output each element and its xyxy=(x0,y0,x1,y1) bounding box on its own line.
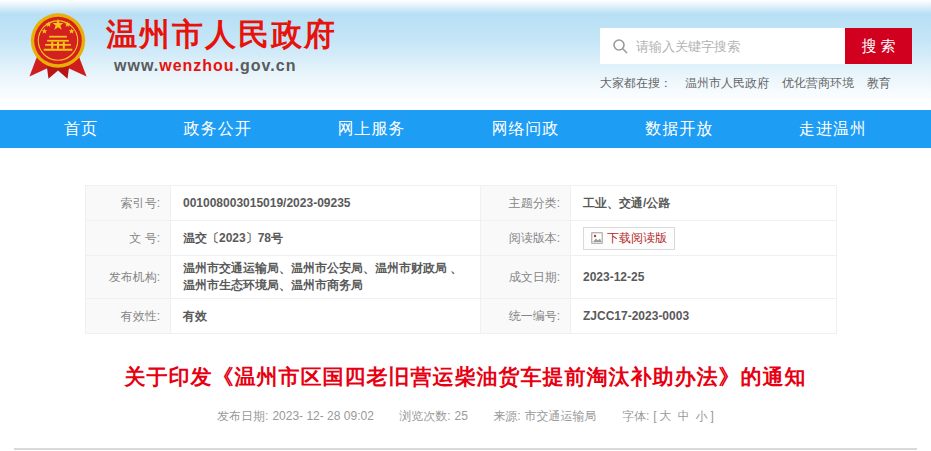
hot-search: 大家都在搜：温州市人民政府优化营商环境教育 xyxy=(600,75,912,92)
main-nav: 首页 政务公开 网上服务 网络问政 数据开放 走进温州 xyxy=(0,110,931,148)
site-url: www.wenzhou.gov.cn xyxy=(114,57,337,75)
nav-item-online-politics[interactable]: 网络问政 xyxy=(491,119,559,140)
doc-number-value: 温交〔2023〕78号 xyxy=(170,220,480,255)
download-reading-version-button[interactable]: 下载阅读版 xyxy=(583,227,675,250)
document-meta-table: 索引号: 001008003015019/2023-09235 主题分类: 工业… xyxy=(85,185,837,334)
nav-item-gov-affairs[interactable]: 政务公开 xyxy=(184,119,252,140)
url-suffix: .gov.cn xyxy=(235,57,297,74)
font-size-medium[interactable]: 中 xyxy=(678,409,690,423)
font-size-small[interactable]: 小 xyxy=(696,409,708,423)
site-header: 温州市人民政府 www.wenzhou.gov.cn 搜索 大家都在搜：温州市人… xyxy=(0,0,931,110)
nav-item-home[interactable]: 首页 xyxy=(64,119,98,140)
validity-value: 有效 xyxy=(170,298,480,333)
topic-category-label: 主题分类: xyxy=(480,185,570,220)
view-count: 浏览次数:25 xyxy=(399,409,468,423)
issuing-agency-value: 温州市交通运输局、温州市公安局、温州市财政局 、温州市生态环境局、温州市商务局 xyxy=(170,255,480,298)
search-bar: 搜索 xyxy=(600,28,912,64)
nav-item-open-data[interactable]: 数据开放 xyxy=(645,119,713,140)
font-size-large[interactable]: 大 xyxy=(660,409,672,423)
publish-date: 发布日期:2023- 12- 28 09:02 xyxy=(217,409,374,423)
article-title: 关于印发《温州市区国四老旧营运柴油货车提前淘汰补助办法》的通知 xyxy=(0,363,931,391)
hot-search-link[interactable]: 教育 xyxy=(867,76,891,90)
national-emblem-icon xyxy=(24,10,92,82)
font-size-switch: 字体:[大中小] xyxy=(622,409,714,423)
hot-search-link[interactable]: 优化营商环境 xyxy=(782,76,854,90)
site-title: 温州市人民政府 xyxy=(106,18,337,52)
written-date-value: 2023-12-25 xyxy=(570,255,837,298)
url-www: www. xyxy=(114,57,159,74)
source: 来源:市交通运输局 xyxy=(493,409,596,423)
hot-search-link[interactable]: 温州市人民政府 xyxy=(685,76,769,90)
nav-item-online-services[interactable]: 网上服务 xyxy=(338,119,406,140)
nav-item-about-wenzhou[interactable]: 走进温州 xyxy=(799,119,867,140)
hot-search-label: 大家都在搜： xyxy=(600,76,672,90)
site-logo[interactable]: 温州市人民政府 www.wenzhou.gov.cn xyxy=(24,10,337,82)
search-input[interactable] xyxy=(636,39,833,54)
url-domain: wenzhou xyxy=(159,57,234,74)
download-reading-version-label: 下载阅读版 xyxy=(607,230,667,247)
bottom-divider xyxy=(14,448,917,450)
index-number-label: 索引号: xyxy=(85,185,170,220)
validity-label: 有效性: xyxy=(85,298,170,333)
unified-number-label: 统一编号: xyxy=(480,298,570,333)
written-date-label: 成文日期: xyxy=(480,255,570,298)
search-button[interactable]: 搜索 xyxy=(845,28,912,64)
article-meta: 发布日期:2023- 12- 28 09:02 浏览次数:25 来源:市交通运输… xyxy=(0,408,931,425)
search-icon xyxy=(612,38,628,54)
download-icon xyxy=(591,232,603,244)
issuing-agency-label: 发布机构: xyxy=(85,255,170,298)
topic-category-value: 工业、交通/公路 xyxy=(570,185,837,220)
reading-version-label: 阅读版本: xyxy=(480,220,570,255)
unified-number-value: ZJCC17-2023-0003 xyxy=(570,298,837,333)
search-area: 搜索 大家都在搜：温州市人民政府优化营商环境教育 xyxy=(600,28,912,92)
search-input-wrap xyxy=(600,28,845,64)
index-number-value: 001008003015019/2023-09235 xyxy=(170,185,480,220)
doc-number-label: 文 号: xyxy=(85,220,170,255)
